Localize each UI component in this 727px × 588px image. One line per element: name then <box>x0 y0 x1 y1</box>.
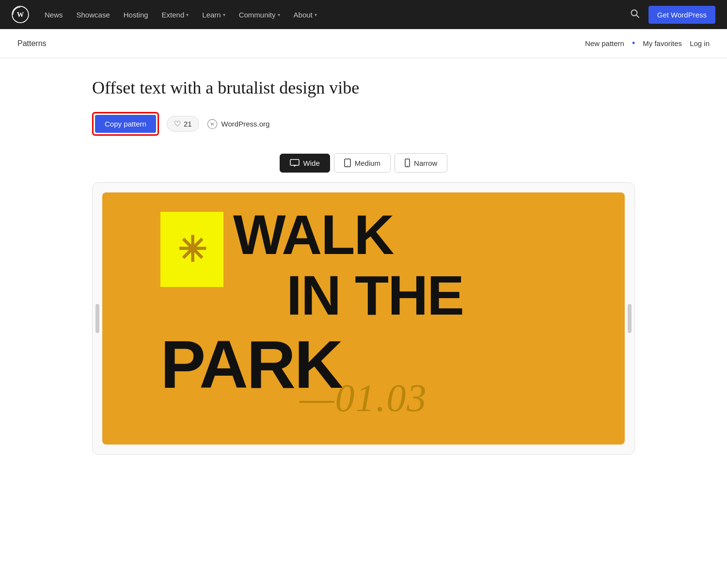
patterns-link[interactable]: Patterns <box>17 39 47 48</box>
walk-text: WALK <box>233 207 394 263</box>
preview-inner: ✳ WALK IN THE PARK —01.03 <box>102 192 625 445</box>
get-wordpress-button[interactable]: Get WordPress <box>648 6 715 24</box>
copy-pattern-button[interactable]: Copy pattern <box>95 115 156 133</box>
nav-learn[interactable]: Learn ▾ <box>196 8 231 22</box>
svg-point-12 <box>407 165 408 166</box>
my-favorites-link[interactable]: My favorites <box>643 39 682 48</box>
login-link[interactable]: Log in <box>690 39 710 48</box>
view-controls: Wide Medium Narrow <box>92 153 635 173</box>
community-chevron-icon: ▾ <box>278 12 280 17</box>
scroll-handle-left[interactable] <box>95 304 99 333</box>
nav-extend[interactable]: Extend ▾ <box>156 8 195 22</box>
new-pattern-link[interactable]: New pattern <box>585 39 624 48</box>
learn-chevron-icon: ▾ <box>223 12 225 17</box>
narrow-view-button[interactable]: Narrow <box>395 153 447 173</box>
action-bar: Copy pattern ♡ 21 W WordPress.org <box>92 112 635 136</box>
scroll-handle-right[interactable] <box>628 304 632 333</box>
svg-text:W: W <box>210 122 214 126</box>
nav-about[interactable]: About ▾ <box>288 8 323 22</box>
about-chevron-icon: ▾ <box>315 12 317 17</box>
nav-links: News Showcase Hosting Extend ▾ Learn ▾ C… <box>39 8 627 22</box>
likes-badge[interactable]: ♡ 21 <box>167 116 199 132</box>
nav-right: Get WordPress <box>627 6 715 24</box>
desktop-icon <box>290 159 300 167</box>
copy-pattern-btn-wrapper: Copy pattern <box>92 112 159 136</box>
nav-hosting[interactable]: Hosting <box>118 8 154 22</box>
mobile-icon <box>405 159 410 167</box>
sub-nav-right: New pattern • My favorites Log in <box>585 38 710 48</box>
tablet-icon <box>344 159 351 167</box>
top-navigation: W News Showcase Hosting Extend ▾ Learn ▾… <box>0 0 727 29</box>
pattern-preview: ✳ WALK IN THE PARK —01.03 <box>102 192 625 445</box>
medium-view-button[interactable]: Medium <box>334 153 391 173</box>
main-content: Offset text with a brutalist design vibe… <box>73 58 654 455</box>
nav-showcase[interactable]: Showcase <box>71 8 116 22</box>
author-badge: W WordPress.org <box>207 119 270 129</box>
svg-point-10 <box>347 165 348 166</box>
dot-separator: • <box>632 38 635 48</box>
sub-nav-left: Patterns <box>17 39 47 48</box>
page-title: Offset text with a brutalist design vibe <box>92 78 635 98</box>
wp-author-icon: W <box>207 119 218 129</box>
preview-container: ✳ WALK IN THE PARK —01.03 <box>92 182 635 455</box>
svg-line-3 <box>636 15 639 17</box>
nav-news[interactable]: News <box>39 8 69 22</box>
yellow-accent-box: ✳ <box>160 212 223 287</box>
svg-text:W: W <box>17 11 24 18</box>
svg-rect-6 <box>290 159 299 165</box>
in-the-text: IN THE <box>286 268 463 323</box>
heart-icon: ♡ <box>174 119 181 128</box>
likes-count: 21 <box>184 120 192 128</box>
wide-view-button[interactable]: Wide <box>280 154 330 173</box>
date-text: —01.03 <box>300 376 427 420</box>
wordpress-logo[interactable]: W <box>12 6 29 23</box>
author-name: WordPress.org <box>221 120 270 128</box>
sub-navigation: Patterns New pattern • My favorites Log … <box>0 29 727 58</box>
asterisk-icon: ✳ <box>177 232 206 267</box>
nav-community[interactable]: Community ▾ <box>233 8 286 22</box>
search-button[interactable] <box>627 6 643 24</box>
extend-chevron-icon: ▾ <box>186 12 189 17</box>
search-icon <box>630 9 640 18</box>
